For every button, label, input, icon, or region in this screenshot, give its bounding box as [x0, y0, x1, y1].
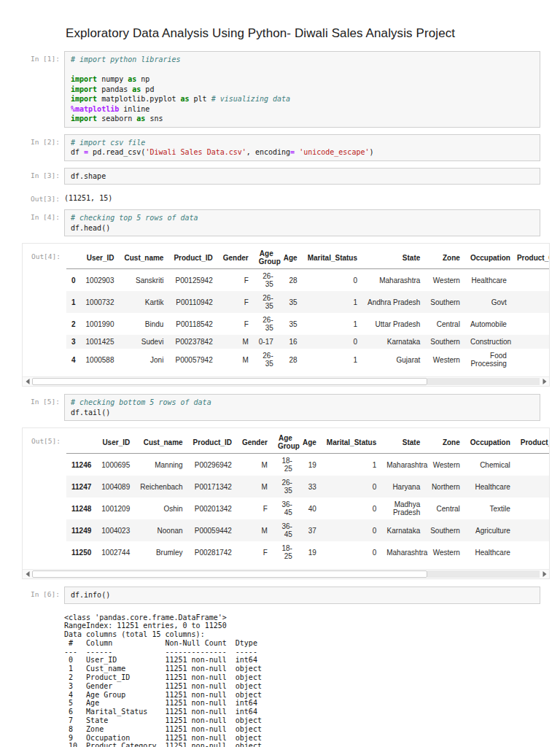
row-index: 11247 [66, 476, 96, 498]
input-prompt: In [2]: [22, 134, 64, 146]
column-header: User_ID [96, 431, 135, 454]
code-cell: In [4]:# checking top 5 rows of data df.… [22, 209, 560, 236]
table-cell: Office [516, 519, 549, 541]
table-cell: 37 [298, 519, 322, 541]
code-editor[interactable]: # checking bottom 5 rows of data df.tail… [64, 394, 540, 421]
table-cell: Office [516, 498, 549, 519]
table-cell: 26-35 [273, 476, 298, 498]
table-cell: Gujarat [362, 349, 425, 371]
column-header: Cust_name [120, 247, 169, 269]
table-cell: Southern [425, 335, 465, 349]
table-cell: Northern [425, 476, 465, 498]
table-cell: 1002744 [96, 541, 135, 563]
table-cell: 1 [303, 313, 362, 335]
row-index: 3 [66, 335, 81, 349]
table-cell: 36-45 [273, 519, 298, 541]
column-header: Age Group [254, 247, 279, 269]
table-cell: Southern [425, 291, 465, 313]
text-output-cell: <class 'pandas.core.frame.DataFrame'> Ra… [22, 611, 560, 747]
table-cell: M [237, 519, 273, 541]
table-cell: Auto [512, 269, 549, 292]
code-cell: In [5]:# checking bottom 5 rows of data … [22, 394, 560, 421]
table-cell: 0 [322, 498, 381, 519]
table-cell: Automobile [465, 313, 512, 335]
table-cell: F [218, 291, 254, 313]
table-cell: Chemical [465, 454, 516, 476]
code-cell: In [2]:# import csv file df = pd.read_cs… [22, 134, 560, 161]
code-text: # checking top 5 rows of data df.head() [71, 213, 534, 233]
code-editor[interactable]: df.shape [64, 168, 540, 185]
table-cell: 19 [298, 454, 322, 476]
input-prompt: In [4]: [22, 209, 64, 221]
code-editor[interactable]: # checking top 5 rows of data df.head() [64, 209, 540, 236]
table-cell: Auto [512, 313, 549, 335]
table-cell: Central [425, 313, 465, 335]
table-cell: Joni [120, 349, 169, 371]
table-cell: Haryana [381, 476, 425, 498]
scrollbar-track[interactable] [427, 570, 540, 578]
output-prompt: Out[5]: [23, 428, 65, 445]
column-header: Occupation [465, 431, 516, 454]
table-cell: Central [425, 498, 465, 519]
notebook-page: Exploratory Data Analysis Using Python- … [0, 0, 560, 747]
table-cell: F [237, 498, 273, 519]
table-cell: Bindu [120, 313, 169, 335]
table-cell: 26-35 [254, 313, 279, 335]
table-output-region: Out[4]:User_IDCust_nameProduct_IDGenderA… [22, 243, 550, 387]
table-cell: Manning [135, 454, 187, 476]
table-cell: P00125942 [168, 269, 217, 292]
code-text: # import python libraries import numpy a… [71, 55, 534, 124]
column-header: Product_Category [512, 247, 549, 269]
row-index: 0 [66, 269, 81, 292]
table-header-row: User_IDCust_nameProduct_IDGenderAge Grou… [66, 247, 549, 269]
table-cell: Auto [512, 291, 549, 313]
table-cell: 0 [303, 335, 362, 349]
scroll-left-icon[interactable] [23, 570, 32, 578]
table-cell: Office [516, 454, 549, 476]
table-cell: 26-35 [254, 349, 279, 371]
table-cell: M [237, 454, 273, 476]
table-cell: M [218, 335, 254, 349]
code-text: # import csv file df = pd.read_csv('Diwa… [71, 138, 534, 158]
table-cell: Office [516, 541, 549, 563]
column-header: Cust_name [135, 431, 187, 454]
table-cell: Western [425, 454, 465, 476]
scrollbar-thumb[interactable] [32, 570, 427, 578]
table-row: 112471004089ReichenbachP00171342M26-3533… [66, 476, 549, 498]
table-cell: P00110942 [168, 291, 217, 313]
table-cell: 1001990 [81, 313, 120, 335]
code-cell: In [1]:# import python libraries import … [22, 51, 560, 128]
scrollbar-thumb[interactable] [32, 378, 427, 385]
code-cell: In [6]:df.info() [22, 587, 560, 604]
table-cell: Healthcare [465, 541, 516, 563]
horizontal-scrollbar[interactable] [23, 376, 549, 386]
scroll-left-icon[interactable] [23, 377, 32, 386]
row-index: 1 [66, 291, 81, 313]
scroll-right-icon[interactable] [540, 570, 549, 578]
code-editor[interactable]: df.info() [64, 587, 540, 604]
column-header: Gender [237, 431, 273, 454]
table-cell: 19 [298, 541, 322, 563]
code-text: # checking bottom 5 rows of data df.tail… [71, 398, 534, 417]
table-row: 31001425SudeviP00237842M0-17160Karnataka… [66, 335, 549, 349]
column-header [66, 431, 96, 454]
code-editor[interactable]: # import csv file df = pd.read_csv('Diwa… [64, 134, 540, 161]
table-cell: P00281742 [188, 541, 237, 563]
output-prompt: Out[4]: [23, 244, 65, 260]
scrollbar-track[interactable] [427, 378, 540, 385]
table-cell: Agriculture [465, 519, 516, 541]
table-cell: 18-25 [273, 541, 298, 563]
table-cell: 1000732 [81, 291, 120, 313]
row-index: 4 [66, 349, 81, 371]
table-cell: Reichenbach [135, 476, 187, 498]
table-cell: 1001209 [96, 498, 135, 519]
table-cell: Maharashtra [381, 541, 425, 563]
column-header: Marital_Status [303, 247, 362, 269]
table-cell: 0 [322, 519, 381, 541]
table-cell: 1002903 [81, 269, 120, 292]
scroll-right-icon[interactable] [540, 377, 549, 386]
table-cell: 35 [279, 313, 303, 335]
code-editor[interactable]: # import python libraries import numpy a… [64, 51, 540, 128]
table-cell: Auto [512, 349, 549, 371]
horizontal-scrollbar[interactable] [23, 569, 549, 578]
